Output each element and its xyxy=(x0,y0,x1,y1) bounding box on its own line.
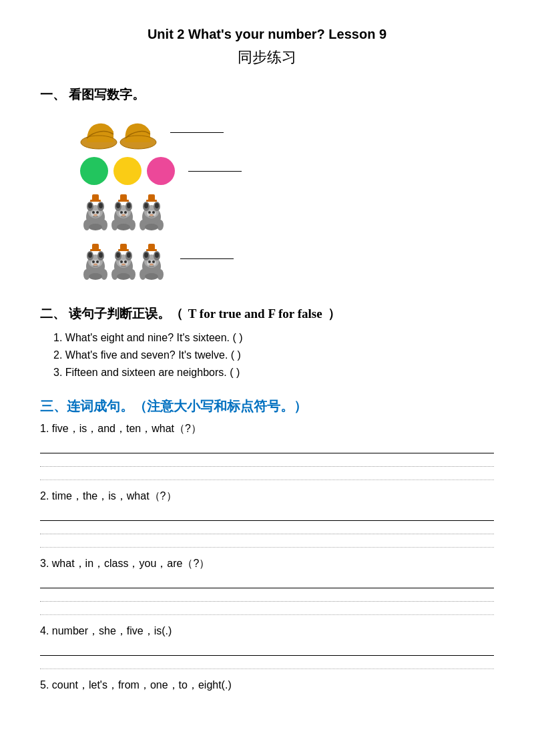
svg-rect-93 xyxy=(148,244,155,250)
svg-point-44 xyxy=(140,220,146,230)
section3-writelines-1 xyxy=(40,439,494,480)
svg-point-27 xyxy=(124,211,127,214)
svg-point-74 xyxy=(111,269,118,280)
circle-yellow xyxy=(113,157,142,185)
svg-point-31 xyxy=(117,224,130,230)
svg-rect-33 xyxy=(120,194,127,201)
circles-image xyxy=(80,157,175,185)
svg-point-11 xyxy=(92,211,95,214)
svg-point-88 xyxy=(150,264,154,266)
svg-point-57 xyxy=(96,260,99,263)
svg-point-43 xyxy=(150,214,154,216)
svg-point-59 xyxy=(83,269,90,280)
svg-rect-63 xyxy=(92,244,99,250)
circles-row xyxy=(80,157,494,185)
write-line-dotted-1a xyxy=(40,453,494,467)
svg-point-23 xyxy=(116,203,120,208)
section3-writelines-3 xyxy=(40,574,494,615)
svg-rect-78 xyxy=(120,244,127,250)
svg-rect-48 xyxy=(148,194,155,201)
svg-point-12 xyxy=(96,211,99,214)
svg-point-30 xyxy=(129,220,136,230)
circle-pink xyxy=(147,157,175,185)
write-line-dotted-3a xyxy=(40,588,494,602)
write-line-dotted-3b xyxy=(40,602,494,615)
subtitle: 同步练习 xyxy=(40,47,494,67)
svg-point-39 xyxy=(155,203,159,208)
svg-point-14 xyxy=(83,220,90,230)
section1-items xyxy=(80,113,494,287)
svg-point-26 xyxy=(120,211,123,214)
section2-header-bold: T for true and F for false xyxy=(188,307,322,321)
shoes-answer-line xyxy=(170,132,224,133)
svg-point-75 xyxy=(129,269,136,280)
svg-point-83 xyxy=(144,252,148,258)
section1-header: 一、 看图写数字。 xyxy=(40,86,494,104)
section1: 一、 看图写数字。 xyxy=(40,86,494,287)
section3-item-1: 1. five，is，and，ten，what（?） xyxy=(40,422,494,436)
raccoons-image xyxy=(80,190,167,287)
raccoons-row2-icon xyxy=(80,240,167,287)
svg-point-9 xyxy=(99,203,103,208)
svg-point-73 xyxy=(121,264,125,266)
section2: 二、 读句子判断正误。（T for true and F for false） … xyxy=(40,305,494,379)
svg-point-41 xyxy=(148,211,151,214)
svg-point-29 xyxy=(111,220,118,230)
write-line-solid-1 xyxy=(40,439,494,453)
section3-writelines-4 xyxy=(40,641,494,669)
svg-point-69 xyxy=(127,252,131,258)
svg-point-72 xyxy=(124,260,127,263)
section2-item-2: 2. What's five and seven? It's twelve. (… xyxy=(53,349,494,361)
section2-header-suffix: ） xyxy=(328,305,340,323)
write-line-dotted-2a xyxy=(40,521,494,534)
section3-writelines-2 xyxy=(40,506,494,548)
svg-point-42 xyxy=(152,211,155,214)
write-line-solid-3 xyxy=(40,574,494,588)
svg-point-87 xyxy=(152,260,155,263)
section3-item-3: 3. what，in，class，you，are（?） xyxy=(40,557,494,571)
section3-item-5: 5. count，let's，from，one，to，eight(.) xyxy=(40,679,494,693)
svg-point-13 xyxy=(93,214,97,216)
shoes-image xyxy=(80,113,157,152)
svg-point-84 xyxy=(155,252,159,258)
svg-point-54 xyxy=(99,252,103,258)
svg-point-91 xyxy=(145,273,158,280)
svg-point-56 xyxy=(92,260,95,263)
svg-point-76 xyxy=(117,273,130,280)
raccoons-icon xyxy=(80,190,167,244)
svg-point-16 xyxy=(89,224,102,230)
svg-point-58 xyxy=(93,264,97,266)
svg-point-38 xyxy=(144,203,148,208)
section2-header-prefix: 二、 读句子判断正误。（ xyxy=(40,305,183,323)
section2-item-3: 3. Fifteen and sixteen are neighbors. ( … xyxy=(53,367,494,379)
svg-point-90 xyxy=(157,269,164,280)
svg-rect-18 xyxy=(92,194,99,201)
raccoons-answer-line xyxy=(180,258,234,259)
svg-point-71 xyxy=(120,260,123,263)
circles-answer-line xyxy=(188,171,242,172)
circle-green xyxy=(80,157,108,185)
write-line-solid-4 xyxy=(40,641,494,656)
svg-point-46 xyxy=(145,224,158,230)
svg-point-53 xyxy=(88,252,92,258)
write-line-dotted-4a xyxy=(40,656,494,669)
section2-item-1: 1. What's eight and nine? It's sixteen. … xyxy=(53,332,494,344)
svg-point-28 xyxy=(121,214,125,216)
svg-point-60 xyxy=(101,269,107,280)
raccoons-row xyxy=(80,190,494,287)
shoes-icon xyxy=(80,113,157,152)
section2-list: 1. What's eight and nine? It's sixteen. … xyxy=(53,332,494,379)
svg-point-86 xyxy=(148,260,151,263)
write-line-dotted-2b xyxy=(40,534,494,548)
svg-point-61 xyxy=(89,273,102,280)
section3-header: 三、连词成句。（注意大小写和标点符号。） xyxy=(40,397,494,415)
write-line-dotted-1b xyxy=(40,467,494,480)
section3-item-4: 4. number，she，five，is(.) xyxy=(40,624,494,638)
section3-item-2: 2. time，the，is，what（?） xyxy=(40,490,494,504)
page-title: Unit 2 What's your number? Lesson 9 xyxy=(40,27,494,42)
svg-point-15 xyxy=(101,220,107,230)
write-line-solid-2 xyxy=(40,506,494,521)
svg-point-45 xyxy=(157,220,164,230)
svg-point-8 xyxy=(88,203,92,208)
svg-point-89 xyxy=(140,269,146,280)
